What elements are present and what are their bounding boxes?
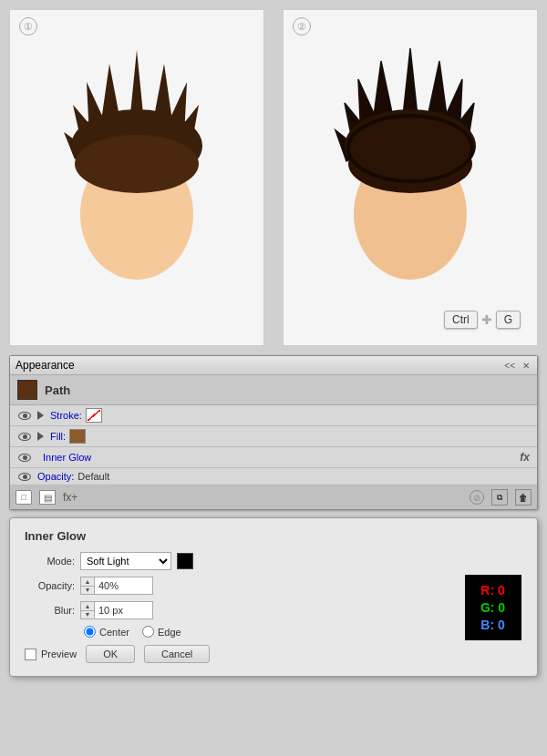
fill-value-box[interactable] — [69, 429, 86, 444]
opacity-up-arrow[interactable]: ▲ — [81, 577, 94, 587]
mode-row: Mode: Soft Light Normal Multiply Screen … — [25, 552, 463, 570]
appearance-panel: Appearance << ✕ Path Stroke: Fill: I — [9, 355, 538, 510]
stroke-visibility-eye[interactable] — [17, 410, 32, 421]
rgb-b-value: B: 0 — [480, 618, 504, 632]
blur-spinner-value: 10 px — [95, 605, 127, 616]
opacity-row: Opacity: Default — [10, 468, 537, 485]
inner-glow-dialog: Inner Glow Mode: Soft Light Normal Multi… — [9, 517, 538, 677]
dialog-footer: Preview OK Cancel — [25, 645, 463, 663]
inner-glow-row: Inner Glow fx — [10, 447, 537, 468]
inner-glow-label[interactable]: Inner Glow — [43, 452, 91, 463]
preview-label: Preview — [41, 649, 77, 659]
fx-footer-icon[interactable]: fx+ — [63, 491, 77, 504]
cancel-effect-icon[interactable]: ⊘ — [470, 490, 484, 505]
blur-up-arrow[interactable]: ▲ — [81, 602, 94, 611]
opacity-label: Opacity: — [37, 471, 74, 482]
panel-1-number: ① — [19, 17, 37, 36]
collapse-button[interactable]: << — [502, 361, 517, 371]
panel-controls: << ✕ — [502, 361, 532, 371]
ctrl-key: Ctrl — [444, 311, 478, 329]
stroke-label: Stroke: — [50, 410, 82, 421]
opacity-value: Default — [77, 471, 109, 482]
fill-visibility-eye[interactable] — [17, 431, 32, 442]
blur-input-row: Blur: ▲ ▼ 10 px — [25, 601, 463, 619]
mode-label: Mode: — [25, 556, 75, 567]
new-item-icon[interactable]: □ — [15, 490, 32, 505]
path-color-swatch[interactable] — [17, 380, 37, 400]
opacity-spinner-value: 40% — [95, 580, 122, 591]
dialog-content: Mode: Soft Light Normal Multiply Screen … — [25, 552, 522, 663]
center-edge-row: Center Edge — [84, 626, 463, 638]
panel-2-number: ② — [293, 17, 311, 36]
fill-row: Fill: — [10, 426, 537, 447]
blur-label: Blur: — [25, 605, 75, 616]
cancel-button[interactable]: Cancel — [144, 645, 210, 663]
appearance-title: Appearance — [15, 359, 75, 372]
mode-select[interactable]: Soft Light Normal Multiply Screen Overla… — [80, 552, 171, 570]
stroke-row: Stroke: — [10, 405, 537, 426]
opacity-input-label: Opacity: — [25, 580, 75, 591]
close-button[interactable]: ✕ — [521, 361, 532, 371]
stroke-expand-arrow[interactable] — [37, 411, 46, 420]
top-illustration-section: ① — [0, 0, 547, 355]
appearance-footer: □ ▤ fx+ ⊘ ⧉ 🗑 — [10, 485, 537, 509]
g-key: G — [496, 311, 521, 329]
preview-checkbox-group[interactable]: Preview — [25, 649, 77, 660]
glow-color-swatch[interactable] — [177, 553, 193, 569]
path-label: Path — [45, 383, 70, 397]
character-illustration-1 — [55, 41, 219, 314]
appearance-object-header: Path — [10, 375, 537, 405]
keyboard-shortcut-hint: Ctrl ✚ G — [444, 311, 521, 329]
plus-icon: ✚ — [481, 312, 492, 327]
rgb-g-value: G: 0 — [480, 600, 505, 615]
blur-down-arrow[interactable]: ▼ — [81, 611, 94, 619]
blur-spinner[interactable]: ▲ ▼ 10 px — [80, 601, 153, 619]
duplicate-icon[interactable]: ⧉ — [491, 489, 508, 506]
center-radio-label[interactable]: Center — [84, 626, 129, 638]
preview-checkbox[interactable] — [25, 649, 36, 660]
opacity-spinner-arrows[interactable]: ▲ ▼ — [81, 577, 95, 594]
inner-glow-visibility-eye[interactable] — [17, 452, 32, 463]
ok-button[interactable]: OK — [86, 645, 135, 663]
opacity-input-row: Opacity: ▲ ▼ 40% — [25, 577, 463, 595]
opacity-down-arrow[interactable]: ▼ — [81, 587, 94, 595]
appearance-titlebar: Appearance << ✕ — [10, 356, 537, 375]
fill-expand-arrow[interactable] — [37, 432, 46, 441]
layer-icon[interactable]: ▤ — [39, 490, 56, 505]
center-radio[interactable] — [84, 626, 96, 638]
svg-point-10 — [75, 135, 199, 193]
rgb-r-value: R: 0 — [480, 583, 504, 598]
dialog-left-side: Mode: Soft Light Normal Multiply Screen … — [25, 552, 463, 663]
opacity-visibility-eye[interactable] — [17, 471, 32, 482]
dialog-title: Inner Glow — [25, 529, 522, 543]
panel-1: ① — [9, 9, 264, 346]
edge-radio[interactable] — [142, 626, 154, 638]
character-illustration-2 — [328, 41, 492, 314]
svg-point-21 — [348, 135, 472, 193]
opacity-spinner[interactable]: ▲ ▼ 40% — [80, 577, 153, 595]
stroke-value-box[interactable] — [86, 408, 102, 423]
blur-spinner-arrows[interactable]: ▲ ▼ — [81, 602, 95, 618]
rgb-display-area: R: 0 G: 0 B: 0 — [463, 552, 522, 663]
delete-icon[interactable]: 🗑 — [515, 489, 532, 506]
rgb-box: R: 0 G: 0 B: 0 — [465, 575, 521, 640]
fx-label: fx — [520, 451, 530, 464]
panel-2: ② Ctrl ✚ — [283, 9, 538, 346]
fill-label: Fill: — [50, 431, 66, 442]
edge-radio-label[interactable]: Edge — [142, 626, 181, 638]
